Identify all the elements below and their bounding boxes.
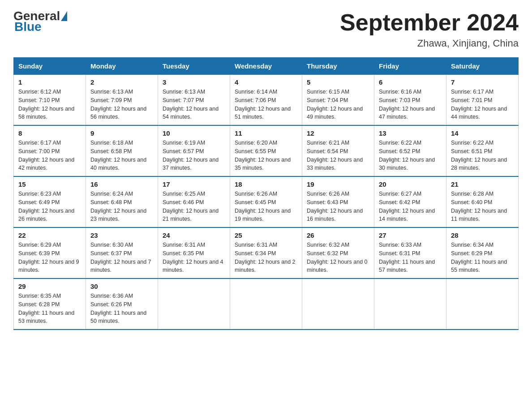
logo-spacer [68, 9, 72, 23]
day-info: Sunrise: 6:30 AMSunset: 6:37 PMDaylight:… [90, 241, 153, 274]
day-info: Sunrise: 6:26 AMSunset: 6:45 PMDaylight:… [235, 190, 297, 223]
day-info: Sunrise: 6:29 AMSunset: 6:39 PMDaylight:… [18, 241, 81, 274]
calendar-cell: 23Sunrise: 6:30 AMSunset: 6:37 PMDayligh… [86, 227, 158, 278]
calendar-body: 1Sunrise: 6:12 AMSunset: 7:10 PMDaylight… [14, 75, 519, 330]
day-info: Sunrise: 6:17 AMSunset: 7:01 PMDaylight:… [451, 88, 514, 121]
header-monday: Monday [86, 58, 158, 75]
day-number: 1 [18, 78, 81, 86]
calendar-week-5: 29Sunrise: 6:35 AMSunset: 6:28 PMDayligh… [14, 278, 519, 330]
day-number: 30 [90, 283, 153, 290]
calendar-table: Sunday Monday Tuesday Wednesday Thursday… [13, 57, 519, 330]
day-number: 15 [18, 180, 81, 188]
day-info: Sunrise: 6:13 AMSunset: 7:09 PMDaylight:… [90, 88, 153, 121]
day-info: Sunrise: 6:18 AMSunset: 6:58 PMDaylight:… [90, 139, 153, 172]
day-info: Sunrise: 6:35 AMSunset: 6:28 PMDaylight:… [18, 292, 81, 325]
day-info: Sunrise: 6:31 AMSunset: 6:35 PMDaylight:… [163, 241, 225, 274]
day-info: Sunrise: 6:12 AMSunset: 7:10 PMDaylight:… [18, 88, 81, 121]
day-number: 14 [451, 129, 514, 137]
day-info: Sunrise: 6:20 AMSunset: 6:55 PMDaylight:… [235, 139, 297, 172]
calendar-cell: 26Sunrise: 6:32 AMSunset: 6:32 PMDayligh… [302, 227, 374, 278]
day-number: 2 [90, 78, 153, 86]
day-info: Sunrise: 6:21 AMSunset: 6:54 PMDaylight:… [307, 139, 369, 172]
day-number: 23 [90, 231, 153, 239]
calendar-cell [374, 278, 446, 330]
header-sunday: Sunday [14, 58, 86, 75]
header-wednesday: Wednesday [230, 58, 302, 75]
day-info: Sunrise: 6:19 AMSunset: 6:57 PMDaylight:… [163, 139, 225, 172]
day-info: Sunrise: 6:31 AMSunset: 6:34 PMDaylight:… [235, 241, 297, 274]
header-friday: Friday [374, 58, 446, 75]
logo-blue-text: Blue [14, 20, 42, 34]
day-number: 29 [18, 283, 81, 290]
day-number: 5 [307, 78, 369, 86]
calendar-cell: 24Sunrise: 6:31 AMSunset: 6:35 PMDayligh… [158, 227, 230, 278]
day-number: 28 [451, 231, 514, 239]
calendar-cell: 14Sunrise: 6:22 AMSunset: 6:51 PMDayligh… [446, 125, 519, 176]
day-number: 6 [379, 78, 442, 86]
calendar-cell: 28Sunrise: 6:34 AMSunset: 6:29 PMDayligh… [446, 227, 519, 278]
calendar-cell: 29Sunrise: 6:35 AMSunset: 6:28 PMDayligh… [14, 278, 86, 330]
day-number: 18 [235, 180, 297, 188]
day-info: Sunrise: 6:13 AMSunset: 7:07 PMDaylight:… [163, 88, 225, 121]
day-info: Sunrise: 6:36 AMSunset: 6:26 PMDaylight:… [90, 292, 153, 325]
day-info: Sunrise: 6:27 AMSunset: 6:42 PMDaylight:… [379, 190, 442, 223]
calendar-cell: 8Sunrise: 6:17 AMSunset: 7:00 PMDaylight… [14, 125, 86, 176]
day-info: Sunrise: 6:34 AMSunset: 6:29 PMDaylight:… [451, 241, 514, 274]
day-number: 16 [90, 180, 153, 188]
page-header: General Blue September 2024 Zhawa, Xinji… [13, 9, 519, 49]
day-number: 20 [379, 180, 442, 188]
calendar-week-4: 22Sunrise: 6:29 AMSunset: 6:39 PMDayligh… [14, 227, 519, 278]
calendar-cell: 1Sunrise: 6:12 AMSunset: 7:10 PMDaylight… [14, 75, 86, 126]
logo-triangle-icon [61, 11, 67, 21]
calendar-cell: 2Sunrise: 6:13 AMSunset: 7:09 PMDaylight… [86, 75, 158, 126]
day-number: 12 [307, 129, 369, 137]
header-tuesday: Tuesday [158, 58, 230, 75]
logo: General Blue [13, 9, 72, 34]
calendar-week-2: 8Sunrise: 6:17 AMSunset: 7:00 PMDaylight… [14, 125, 519, 176]
calendar-cell: 18Sunrise: 6:26 AMSunset: 6:45 PMDayligh… [230, 176, 302, 227]
calendar-cell: 30Sunrise: 6:36 AMSunset: 6:26 PMDayligh… [86, 278, 158, 330]
calendar-cell: 12Sunrise: 6:21 AMSunset: 6:54 PMDayligh… [302, 125, 374, 176]
calendar-cell [446, 278, 519, 330]
title-block: September 2024 Zhawa, Xinjiang, China [340, 9, 519, 49]
calendar-cell: 20Sunrise: 6:27 AMSunset: 6:42 PMDayligh… [374, 176, 446, 227]
day-info: Sunrise: 6:14 AMSunset: 7:06 PMDaylight:… [235, 88, 297, 121]
day-info: Sunrise: 6:26 AMSunset: 6:43 PMDaylight:… [307, 190, 369, 223]
calendar-cell: 10Sunrise: 6:19 AMSunset: 6:57 PMDayligh… [158, 125, 230, 176]
calendar-week-3: 15Sunrise: 6:23 AMSunset: 6:49 PMDayligh… [14, 176, 519, 227]
calendar-cell: 21Sunrise: 6:28 AMSunset: 6:40 PMDayligh… [446, 176, 519, 227]
day-number: 25 [235, 231, 297, 239]
day-info: Sunrise: 6:15 AMSunset: 7:04 PMDaylight:… [307, 88, 369, 121]
day-number: 19 [307, 180, 369, 188]
day-info: Sunrise: 6:22 AMSunset: 6:52 PMDaylight:… [379, 139, 442, 172]
day-number: 13 [379, 129, 442, 137]
calendar-cell: 5Sunrise: 6:15 AMSunset: 7:04 PMDaylight… [302, 75, 374, 126]
day-info: Sunrise: 6:25 AMSunset: 6:46 PMDaylight:… [163, 190, 225, 223]
day-number: 17 [163, 180, 225, 188]
day-number: 22 [18, 231, 81, 239]
calendar-cell: 25Sunrise: 6:31 AMSunset: 6:34 PMDayligh… [230, 227, 302, 278]
calendar-title: September 2024 [340, 9, 519, 36]
calendar-cell: 11Sunrise: 6:20 AMSunset: 6:55 PMDayligh… [230, 125, 302, 176]
day-number: 10 [163, 129, 225, 137]
calendar-cell: 4Sunrise: 6:14 AMSunset: 7:06 PMDaylight… [230, 75, 302, 126]
calendar-cell: 27Sunrise: 6:33 AMSunset: 6:31 PMDayligh… [374, 227, 446, 278]
calendar-cell: 6Sunrise: 6:16 AMSunset: 7:03 PMDaylight… [374, 75, 446, 126]
day-number: 11 [235, 129, 297, 137]
day-number: 4 [235, 78, 297, 86]
calendar-cell [302, 278, 374, 330]
calendar-cell: 7Sunrise: 6:17 AMSunset: 7:01 PMDaylight… [446, 75, 519, 126]
calendar-week-1: 1Sunrise: 6:12 AMSunset: 7:10 PMDaylight… [14, 75, 519, 126]
day-info: Sunrise: 6:23 AMSunset: 6:49 PMDaylight:… [18, 190, 81, 223]
calendar-header: Sunday Monday Tuesday Wednesday Thursday… [14, 58, 519, 75]
calendar-cell: 22Sunrise: 6:29 AMSunset: 6:39 PMDayligh… [14, 227, 86, 278]
calendar-cell: 13Sunrise: 6:22 AMSunset: 6:52 PMDayligh… [374, 125, 446, 176]
day-number: 24 [163, 231, 225, 239]
day-info: Sunrise: 6:32 AMSunset: 6:32 PMDaylight:… [307, 241, 369, 274]
calendar-subtitle: Zhawa, Xinjiang, China [340, 38, 519, 49]
calendar-cell: 16Sunrise: 6:24 AMSunset: 6:48 PMDayligh… [86, 176, 158, 227]
day-number: 9 [90, 129, 153, 137]
day-info: Sunrise: 6:22 AMSunset: 6:51 PMDaylight:… [451, 139, 514, 172]
calendar-cell: 3Sunrise: 6:13 AMSunset: 7:07 PMDaylight… [158, 75, 230, 126]
day-info: Sunrise: 6:33 AMSunset: 6:31 PMDaylight:… [379, 241, 442, 274]
